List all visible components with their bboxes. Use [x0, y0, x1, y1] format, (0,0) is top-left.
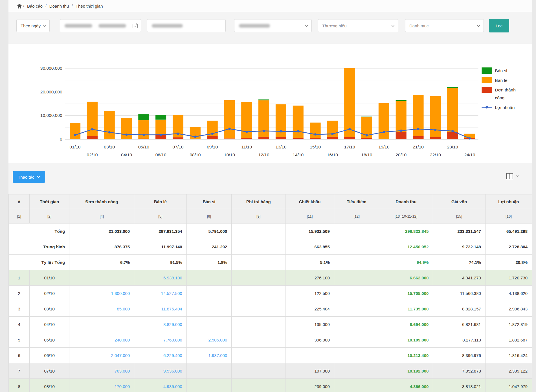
line-point[interactable] [108, 131, 111, 133]
column-header-dt[interactable]: Doanh thu [379, 194, 433, 209]
line-point[interactable] [160, 134, 162, 136]
home-icon[interactable] [17, 4, 22, 8]
cell-dtc[interactable]: 240.000 [69, 332, 134, 348]
bar-segment[interactable] [104, 111, 115, 139]
table-row[interactable]: 404/108.829.000135.0008.694.0006.821.681… [9, 317, 532, 332]
cell-banle[interactable]: 9.536.000 [134, 363, 187, 379]
breadcrumb-item-theo-thoi-gian[interactable]: Theo thời gian [76, 4, 103, 8]
bar-segment[interactable] [447, 88, 458, 132]
cell-banle[interactable]: 4.935.000 [134, 379, 187, 392]
bar-segment[interactable] [293, 106, 304, 138]
line-point[interactable] [91, 128, 93, 130]
cell-bansi[interactable]: 2.505.000 [186, 332, 232, 348]
bar-segment[interactable] [396, 100, 407, 101]
line-point[interactable] [177, 132, 179, 135]
bar-segment[interactable] [447, 87, 458, 88]
bar-segment[interactable] [121, 118, 132, 139]
cell-dtc[interactable]: 170.000 [69, 379, 134, 392]
cell-dtc[interactable]: 2.047.000 [69, 348, 134, 363]
columns-toggle[interactable] [506, 173, 519, 179]
column-header-ln[interactable]: Lợi nhuận [485, 194, 532, 209]
line-point[interactable] [74, 134, 76, 136]
line-point[interactable] [280, 130, 282, 132]
table-row[interactable]: 606/102.047.0006.229.4001.937.00010.213.… [9, 348, 532, 363]
line-point[interactable] [417, 128, 419, 130]
bar-segment[interactable] [155, 115, 166, 120]
cell-dtc[interactable]: 763.000 [69, 363, 134, 379]
bar-segment[interactable] [430, 137, 441, 139]
bar-segment[interactable] [396, 132, 407, 139]
table-row[interactable]: 808/10170.0004.935.000239.0004.866.0003.… [9, 379, 532, 392]
bar-segment[interactable] [258, 99, 269, 100]
legend-label[interactable]: Bán lẻ [495, 78, 508, 83]
column-header-bansi[interactable]: Bán sỉ [186, 194, 232, 209]
legend-label[interactable]: Bán sỉ [495, 68, 508, 73]
line-point[interactable] [245, 131, 248, 133]
filter-button[interactable]: Lọc [489, 19, 509, 32]
bar-segment[interactable] [396, 101, 407, 132]
cell-banle[interactable]: 14.527.500 [134, 286, 187, 301]
cell-banle[interactable]: 8.829.000 [134, 317, 187, 332]
bar-segment[interactable] [276, 137, 286, 139]
column-header-phi[interactable]: Phí trả hàng [232, 194, 285, 209]
bar-segment[interactable] [344, 68, 355, 137]
line-point[interactable] [126, 133, 128, 136]
line-point[interactable] [211, 133, 214, 135]
column-header-stt[interactable]: # [9, 194, 30, 209]
table-row[interactable]: 101/106.938.100276.1006.662.0004.941.270… [9, 270, 532, 286]
line-point[interactable] [451, 130, 454, 132]
legend-label[interactable]: Đơn thành [495, 87, 516, 92]
line-point[interactable] [469, 137, 471, 139]
line-point[interactable] [366, 134, 368, 137]
bar-segment[interactable] [155, 120, 166, 134]
bar-segment[interactable] [258, 137, 269, 139]
bar-segment[interactable] [138, 114, 149, 120]
line-point[interactable] [383, 131, 385, 133]
cell-banle[interactable]: 11.875.404 [134, 301, 187, 317]
column-header-ck[interactable]: Chiết khấu [285, 194, 334, 209]
line-point[interactable] [331, 133, 333, 135]
cell-banle[interactable]: 6.938.100 [134, 270, 187, 286]
calendar-icon[interactable] [132, 23, 138, 29]
breadcrumb-item-doanh-thu[interactable]: Doanh thu [49, 4, 69, 8]
bar-segment[interactable] [224, 100, 235, 139]
bar-segment[interactable] [413, 136, 423, 139]
bar-segment[interactable] [379, 103, 389, 139]
actions-button[interactable]: Thao tác [13, 171, 45, 183]
legend-label[interactable]: Lợi nhuận [495, 105, 515, 110]
breadcrumb-item-bao-cao[interactable]: Báo cáo [27, 4, 43, 8]
line-point[interactable] [228, 128, 230, 130]
date-range-input[interactable] [60, 19, 141, 32]
cell-dtc[interactable]: 85.000 [69, 301, 134, 317]
bar-segment[interactable] [361, 117, 372, 117]
bar-segment[interactable] [344, 137, 355, 139]
bar-segment[interactable] [327, 137, 338, 139]
bar-segment[interactable] [70, 123, 80, 139]
column-header-gv[interactable]: Giá vốn [433, 194, 486, 209]
table-row[interactable]: 303/1085.00011.875.404225.40411.735.0008… [9, 301, 532, 317]
bar-segment[interactable] [87, 136, 98, 139]
bar-segment[interactable] [207, 136, 218, 139]
line-point[interactable] [400, 130, 402, 132]
period-select[interactable]: Theo ngày [16, 19, 50, 32]
column-header-banle[interactable]: Bán lẻ [134, 194, 187, 209]
cell-banle[interactable]: 6.229.400 [134, 348, 187, 363]
table-row[interactable]: 202/101.300.00014.527.500122.50015.705.0… [9, 286, 532, 301]
product-type-select[interactable] [234, 19, 312, 32]
cell-banle[interactable]: 7.760.800 [134, 332, 187, 348]
search-product-input[interactable] [147, 19, 226, 32]
table-row[interactable]: 505/10240.0007.760.8002.505.000396.00010… [9, 332, 532, 348]
column-header-td[interactable]: Tiêu điểm [334, 194, 379, 209]
column-header-dtc[interactable]: Đơn thành công [69, 194, 134, 209]
bar-segment[interactable] [310, 122, 321, 138]
cell-bansi[interactable]: 1.937.000 [186, 348, 232, 363]
cell-dtc[interactable]: 1.300.000 [69, 286, 134, 301]
table-row[interactable]: 707/10763.0009.536.000107.00010.192.0007… [9, 363, 532, 379]
category-select[interactable]: Danh mục [405, 19, 484, 32]
line-point[interactable] [314, 133, 317, 135]
line-point[interactable] [194, 135, 196, 138]
line-point[interactable] [263, 130, 265, 132]
line-point[interactable] [348, 128, 351, 130]
legend-label[interactable]: công [495, 95, 505, 100]
line-point[interactable] [297, 130, 299, 132]
